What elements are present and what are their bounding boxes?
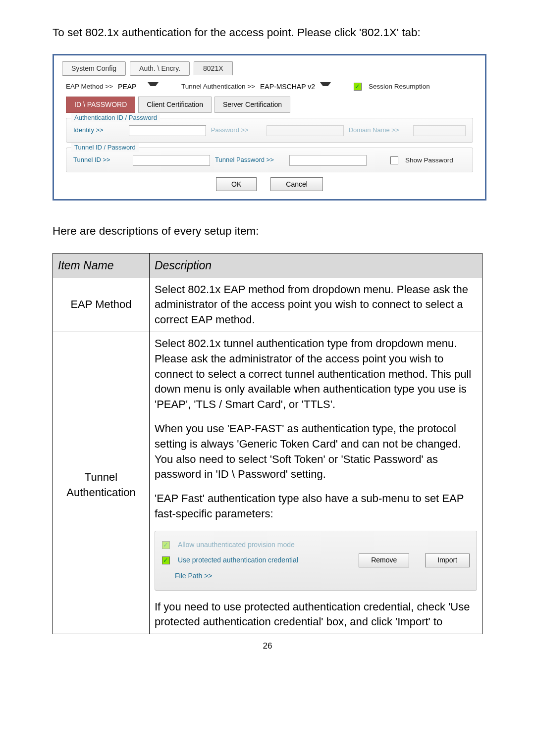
identity-label: Identity >> bbox=[73, 126, 124, 135]
chevron-down-icon bbox=[148, 82, 159, 91]
password-input bbox=[267, 125, 344, 136]
header-item-name: Item Name bbox=[53, 253, 150, 278]
show-password-label: Show Password bbox=[405, 155, 453, 165]
eap-method-select[interactable]: PEAP bbox=[118, 82, 159, 92]
tab-client-cert[interactable]: Client Certification bbox=[138, 97, 212, 112]
identity-input[interactable] bbox=[129, 125, 206, 136]
domain-label: Domain Name >> bbox=[349, 126, 408, 135]
tunnel-password-input[interactable] bbox=[289, 155, 367, 166]
row-tunnel-auth-name: Tunnel Authentication bbox=[58, 470, 144, 501]
remove-button[interactable]: Remove bbox=[359, 554, 409, 567]
tab-system-config[interactable]: System Config bbox=[62, 61, 126, 76]
cancel-button[interactable]: Cancel bbox=[270, 177, 323, 191]
legend-tunnel-id-password: Tunnel ID / Password bbox=[71, 143, 139, 152]
tab-8021x[interactable]: 8021X bbox=[194, 61, 232, 76]
tunnel-id-input[interactable] bbox=[133, 155, 210, 166]
intro-paragraph: To set 802.1x authentication for the acc… bbox=[53, 25, 482, 41]
file-path-label: File Path >> bbox=[175, 571, 213, 581]
tunnel-auth-p2: When you use 'EAP-FAST' as authenticatio… bbox=[155, 421, 477, 482]
tab-id-password[interactable]: ID \ PASSWORD bbox=[66, 97, 135, 112]
tunnel-auth-select[interactable]: EAP-MSCHAP v2 bbox=[260, 82, 331, 92]
eap-fast-subpanel: Allow unauthenticated provision mode Use… bbox=[155, 531, 477, 591]
eap-method-label: EAP Method >> bbox=[66, 82, 113, 92]
row-tunnel-auth-desc: Select 802.1x tunnel authentication type… bbox=[150, 332, 482, 634]
panel-8021x: System Config Auth. \ Encry. 8021X EAP M… bbox=[53, 54, 486, 201]
password-label: Password >> bbox=[211, 126, 262, 135]
tunnel-auth-p3: 'EAP Fast' authentication type also have… bbox=[155, 491, 477, 522]
row-eap-method-name: EAP Method bbox=[53, 278, 150, 332]
legend-auth-id-password: Authentication ID / Password bbox=[71, 113, 160, 123]
eap-method-value: PEAP bbox=[118, 82, 143, 92]
tunnel-auth-p1: Select 802.1x tunnel authentication type… bbox=[155, 336, 477, 412]
header-description: Description bbox=[150, 253, 482, 278]
tab-auth-encry[interactable]: Auth. \ Encry. bbox=[130, 61, 190, 76]
show-password-checkbox[interactable] bbox=[390, 156, 398, 164]
tunnel-auth-value: EAP-MSCHAP v2 bbox=[260, 82, 315, 92]
row-eap-method-desc: Select 802.1x EAP method from dropdown m… bbox=[150, 278, 482, 332]
session-resumption-label: Session Resumption bbox=[369, 82, 430, 92]
use-credential-label: Use protected authentication credential bbox=[178, 555, 298, 565]
tab-server-cert[interactable]: Server Certification bbox=[214, 97, 290, 112]
tunnel-auth-label: Tunnel Authentication >> bbox=[181, 82, 255, 92]
tunnel-auth-p4: If you need to use protected authenticat… bbox=[155, 600, 477, 630]
here-are-paragraph: Here are descriptions of every setup ite… bbox=[53, 223, 482, 240]
fieldset-auth-id-password: Authentication ID / Password Identity >>… bbox=[66, 118, 473, 143]
use-credential-checkbox[interactable] bbox=[162, 556, 170, 564]
allow-unauth-label: Allow unauthenticated provision mode bbox=[178, 540, 295, 550]
tunnel-id-label: Tunnel ID >> bbox=[73, 155, 128, 165]
domain-input bbox=[413, 125, 466, 136]
session-resumption-checkbox[interactable] bbox=[354, 83, 362, 91]
import-button[interactable]: Import bbox=[425, 554, 470, 567]
chevron-down-icon bbox=[320, 82, 331, 91]
allow-unauth-checkbox bbox=[162, 541, 170, 549]
tunnel-password-label: Tunnel Password >> bbox=[215, 155, 284, 165]
ok-button[interactable]: OK bbox=[216, 177, 257, 191]
fieldset-tunnel-id-password: Tunnel ID / Password Tunnel ID >> Tunnel… bbox=[66, 148, 473, 172]
description-table: Item Name Description EAP Method Select … bbox=[53, 253, 482, 634]
page-number: 26 bbox=[0, 640, 535, 653]
